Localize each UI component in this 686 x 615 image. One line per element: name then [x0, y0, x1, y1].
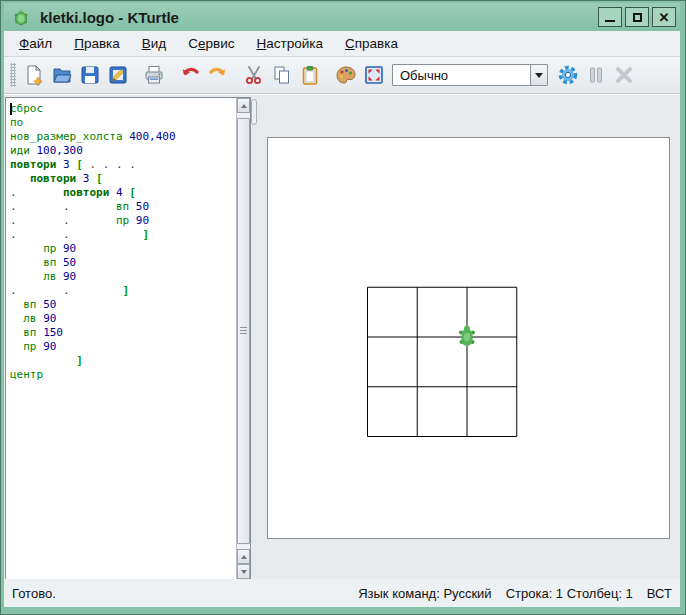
colors-button[interactable]	[332, 61, 360, 89]
code-line: вп 50	[10, 256, 236, 270]
code-line: центр	[10, 368, 236, 382]
scroll-up-button-bottom[interactable]	[237, 549, 250, 564]
save-icon	[79, 64, 101, 86]
undo-icon	[179, 64, 201, 86]
pause-icon	[585, 64, 607, 86]
run-button[interactable]	[554, 61, 582, 89]
fullscreen-button[interactable]	[360, 61, 388, 89]
main-area: сброспонов_размер_холста 400,400иди 100,…	[4, 94, 680, 579]
redo-icon	[207, 64, 229, 86]
print-icon	[143, 64, 165, 86]
menu-settings[interactable]: Настройка	[246, 33, 334, 54]
stop-icon	[613, 64, 635, 86]
code-line: . . вп 50	[10, 200, 236, 214]
turtle-app-icon	[12, 8, 30, 26]
statusbar: Готово. Язык команд: Русский Строка: 1 С…	[4, 579, 680, 607]
status-cursor-position: Строка: 1 Столбец: 1	[506, 586, 633, 601]
code-line: нов_размер_холста 400,400	[10, 130, 236, 144]
menu-help[interactable]: Справка	[334, 33, 409, 54]
redo-button[interactable]	[204, 61, 232, 89]
code-line: повтори 3 [	[10, 172, 236, 186]
code-line: вп 50	[10, 298, 236, 312]
palette-icon	[335, 64, 357, 86]
copy-icon	[271, 64, 293, 86]
code-area[interactable]: сброспонов_размер_холста 400,400иди 100,…	[6, 98, 236, 579]
window-title: kletki.logo - KTurtle	[40, 9, 179, 26]
new-file-icon	[23, 64, 45, 86]
code-line: пр 90	[10, 340, 236, 354]
titlebar[interactable]: kletki.logo - KTurtle ✕	[4, 3, 680, 31]
pause-button[interactable]	[582, 61, 610, 89]
canvas-panel	[257, 95, 680, 579]
open-file-button[interactable]	[48, 61, 76, 89]
new-file-button[interactable]	[20, 61, 48, 89]
undo-button[interactable]	[176, 61, 204, 89]
scroll-up-button[interactable]	[237, 98, 250, 113]
editor-scrollbar[interactable]	[236, 98, 250, 579]
edit-button[interactable]	[104, 61, 132, 89]
code-line: повтори 3 [ . . . .	[10, 158, 236, 172]
maximize-icon	[633, 13, 642, 22]
text-cursor	[10, 103, 12, 115]
save-button[interactable]	[76, 61, 104, 89]
toolbar: Обычно	[4, 57, 680, 94]
code-line: сброс	[10, 102, 236, 116]
code-line: ]	[10, 354, 236, 368]
menu-file[interactable]: Файл	[8, 33, 63, 54]
code-line: . . ]	[10, 228, 236, 242]
copy-button[interactable]	[268, 61, 296, 89]
maximize-button[interactable]	[625, 7, 649, 27]
code-line: вп 150	[10, 326, 236, 340]
minimize-button[interactable]	[598, 7, 622, 27]
fullscreen-icon	[363, 64, 385, 86]
menu-view[interactable]: Вид	[131, 33, 177, 54]
toolbar-drag-handle[interactable]	[10, 63, 16, 87]
stop-button[interactable]	[610, 61, 638, 89]
run-gear-icon	[557, 64, 579, 86]
speed-select-value: Обычно	[393, 68, 530, 83]
paste-icon	[299, 64, 321, 86]
cut-icon	[243, 64, 265, 86]
code-line: иди 100,300	[10, 144, 236, 158]
scrollbar-grip-icon	[240, 327, 247, 336]
chevron-down-icon[interactable]	[530, 65, 547, 85]
scrollbar-thumb[interactable]	[237, 118, 250, 544]
menubar: Файл Правка Вид Сервис Настройка Справка	[4, 31, 680, 57]
print-button[interactable]	[140, 61, 168, 89]
scroll-down-button[interactable]	[237, 564, 250, 579]
code-line: по	[10, 116, 236, 130]
menu-tools[interactable]: Сервис	[177, 33, 245, 54]
minimize-icon	[605, 20, 615, 22]
code-line: . повтори 4 [	[10, 186, 236, 200]
code-line: . . пр 90	[10, 214, 236, 228]
status-message: Готово.	[4, 586, 56, 601]
code-line: пр 90	[10, 242, 236, 256]
cut-button[interactable]	[240, 61, 268, 89]
turtle-sprite	[459, 326, 475, 346]
code-line: лв 90	[10, 270, 236, 284]
close-icon: ✕	[659, 10, 670, 25]
paste-button[interactable]	[296, 61, 324, 89]
edit-icon	[107, 64, 129, 86]
code-line: . . ]	[10, 284, 236, 298]
kturtle-window: kletki.logo - KTurtle ✕ Файл Правка Вид …	[0, 0, 686, 615]
code-editor: сброспонов_размер_холста 400,400иди 100,…	[5, 97, 251, 580]
open-folder-icon	[51, 64, 73, 86]
menu-edit[interactable]: Правка	[63, 33, 131, 54]
canvas-svg	[268, 138, 669, 538]
code-line: лв 90	[10, 312, 236, 326]
status-insert-mode: ВСТ	[647, 586, 672, 601]
status-language: Язык команд: Русский	[358, 586, 491, 601]
close-button[interactable]: ✕	[652, 7, 676, 27]
speed-select[interactable]: Обычно	[392, 64, 548, 86]
turtle-canvas	[267, 137, 670, 539]
